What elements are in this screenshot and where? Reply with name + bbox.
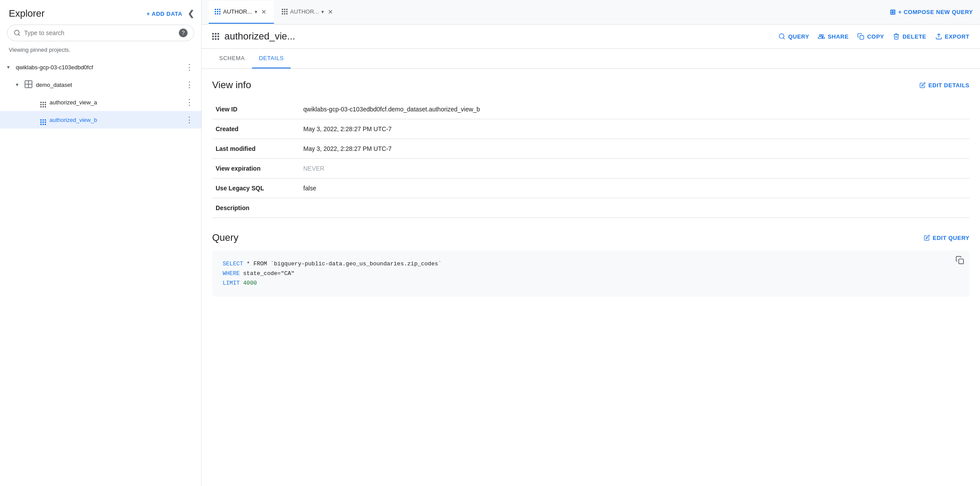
detail-content: View info EDIT DETAILS View ID qwiklabs-… — [202, 69, 980, 486]
sidebar-header: Explorer + ADD DATA ❮ — [0, 0, 201, 25]
svg-line-6 — [783, 38, 785, 39]
content-title: authorized_vie... — [224, 31, 295, 42]
tab-schema[interactable]: SCHEMA — [212, 49, 252, 68]
view-b-label: authorized_view_b — [50, 117, 183, 123]
compose-new-query-button[interactable]: ⊞ + COMPOSE NEW QUERY — [890, 8, 973, 16]
field-view-expiration: View expiration NEVER — [212, 159, 969, 179]
code-limit-val: 4000 — [240, 280, 257, 286]
add-data-button[interactable]: + ADD DATA — [146, 11, 182, 17]
search-box: ? — [7, 25, 194, 41]
collapse-sidebar-button[interactable]: ❮ — [188, 9, 194, 18]
tab-1-label: AUTHOR... — [223, 8, 252, 15]
edit-query-button[interactable]: EDIT QUERY — [924, 235, 969, 241]
last-modified-value: May 3, 2022, 2:28:27 PM UTC-7 — [300, 139, 969, 159]
code-line-1: SELECT * FROM `bigquery-public-data.geo_… — [223, 259, 959, 269]
delete-icon — [893, 33, 900, 40]
view-b-icon — [40, 115, 46, 125]
tab-2[interactable]: AUTHOR... ▾ ✕ — [276, 1, 341, 24]
svg-rect-9 — [959, 259, 964, 264]
created-value: May 3, 2022, 2:28:27 PM UTC-7 — [300, 119, 969, 139]
svg-line-1 — [18, 34, 20, 36]
keyword-limit: LIMIT — [223, 280, 240, 286]
view-a-label: authorized_view_a — [50, 99, 183, 106]
description-label: Description — [212, 198, 300, 218]
tab-2-dropdown-icon[interactable]: ▾ — [321, 9, 324, 15]
search-icon — [14, 29, 21, 36]
view-a-more-icon[interactable]: ⋮ — [183, 96, 196, 108]
description-value — [300, 198, 969, 218]
export-button[interactable]: EXPORT — [935, 33, 969, 40]
field-last-modified: Last modified May 3, 2022, 2:28:27 PM UT… — [212, 139, 969, 159]
dataset-label: demo_dataset — [36, 82, 183, 88]
share-icon — [818, 33, 825, 40]
edit-details-button[interactable]: EDIT DETAILS — [920, 82, 969, 89]
code-where-clause: state_code="CA" — [240, 270, 295, 277]
tree-item-dataset[interactable]: ▾ demo_dataset ⋮ — [0, 76, 201, 93]
query-icon — [778, 33, 785, 40]
tabs-left: AUTHOR... ▾ ✕ AUTHOR... ▾ ✕ — [209, 1, 341, 24]
edit-query-icon — [924, 235, 930, 241]
tab-2-close-button[interactable]: ✕ — [327, 8, 334, 16]
chevron-down-icon: ▾ — [16, 82, 25, 88]
view-id-value: qwiklabs-gcp-03-c103edbd0fcf.demo_datase… — [300, 100, 969, 119]
svg-rect-7 — [860, 36, 864, 39]
field-created: Created May 3, 2022, 2:28:27 PM UTC-7 — [212, 119, 969, 139]
last-modified-label: Last modified — [212, 139, 300, 159]
export-icon — [935, 33, 942, 40]
project-label: qwiklabs-gcp-03-c103edbd0fcf — [16, 64, 183, 71]
content-header: authorized_vie... QUERY SHARE COPY DELET… — [202, 25, 980, 49]
tree-item-project[interactable]: ▾ qwiklabs-gcp-03-c103edbd0fcf ⋮ — [0, 58, 201, 76]
sub-tabs: SCHEMA DETAILS — [202, 49, 980, 69]
tab-1[interactable]: AUTHOR... ▾ ✕ — [209, 1, 274, 24]
view-info-header: View info EDIT DETAILS — [212, 79, 969, 91]
tab-1-close-button[interactable]: ✕ — [260, 8, 268, 16]
tab-2-grid-icon — [282, 9, 288, 14]
tab-1-grid-icon — [215, 9, 220, 14]
tab-1-dropdown-icon[interactable]: ▾ — [255, 9, 257, 15]
field-use-legacy-sql: Use Legacy SQL false — [212, 179, 969, 198]
chevron-down-icon: ▾ — [7, 64, 16, 70]
code-line-2: WHERE state_code="CA" — [223, 269, 959, 279]
content-header-grid-icon — [212, 33, 219, 40]
query-section-title: Query — [212, 232, 238, 243]
code-from: * FROM `bigquery-public-data.geo_us_boun… — [243, 261, 441, 267]
use-legacy-sql-value: false — [300, 179, 969, 198]
delete-button[interactable]: DELETE — [893, 33, 926, 40]
share-button[interactable]: SHARE — [818, 33, 849, 40]
header-actions: QUERY SHARE COPY DELETE EXPORT — [778, 33, 969, 40]
copy-icon — [857, 33, 864, 40]
search-input[interactable] — [24, 29, 175, 36]
keyword-select: SELECT — [223, 261, 243, 267]
tab-2-label: AUTHOR... — [290, 8, 319, 15]
sidebar-title: Explorer — [9, 8, 45, 19]
sidebar-header-actions: + ADD DATA ❮ — [146, 9, 194, 18]
title-area: authorized_vie... — [212, 31, 770, 42]
view-id-label: View ID — [212, 100, 300, 119]
sidebar: Explorer + ADD DATA ❮ ? Viewing pinned p… — [0, 0, 202, 486]
view-info-table: View ID qwiklabs-gcp-03-c103edbd0fcf.dem… — [212, 100, 969, 218]
edit-icon — [920, 82, 926, 88]
use-legacy-sql-label: Use Legacy SQL — [212, 179, 300, 198]
tree-item-view-b[interactable]: ▸ authorized_view_b ⋮ — [0, 111, 201, 129]
view-a-icon — [40, 97, 46, 107]
code-line-3: LIMIT 4000 — [223, 279, 959, 288]
project-more-icon[interactable]: ⋮ — [183, 61, 196, 73]
query-button[interactable]: QUERY — [778, 33, 809, 40]
created-label: Created — [212, 119, 300, 139]
view-info-title: View info — [212, 79, 251, 91]
compose-plus-icon: ⊞ — [890, 8, 896, 16]
dataset-more-icon[interactable]: ⋮ — [183, 79, 196, 90]
field-description: Description — [212, 198, 969, 218]
query-section-header: Query EDIT QUERY — [212, 232, 969, 243]
copy-button[interactable]: COPY — [857, 33, 884, 40]
copy-code-button[interactable] — [955, 256, 964, 269]
tab-details[interactable]: DETAILS — [252, 49, 291, 68]
search-help-icon[interactable]: ? — [179, 29, 188, 37]
query-section: Query EDIT QUERY SELECT * FROM `bigquery… — [212, 232, 969, 297]
code-block: SELECT * FROM `bigquery-public-data.geo_… — [212, 250, 969, 297]
dataset-icon — [25, 80, 32, 89]
main-panel: AUTHOR... ▾ ✕ AUTHOR... ▾ ✕ ⊞ + — [202, 0, 980, 486]
view-b-more-icon[interactable]: ⋮ — [183, 114, 196, 125]
tabs-bar: AUTHOR... ▾ ✕ AUTHOR... ▾ ✕ ⊞ + — [202, 0, 980, 25]
tree-item-view-a[interactable]: ▸ authorized_view_a ⋮ — [0, 93, 201, 111]
